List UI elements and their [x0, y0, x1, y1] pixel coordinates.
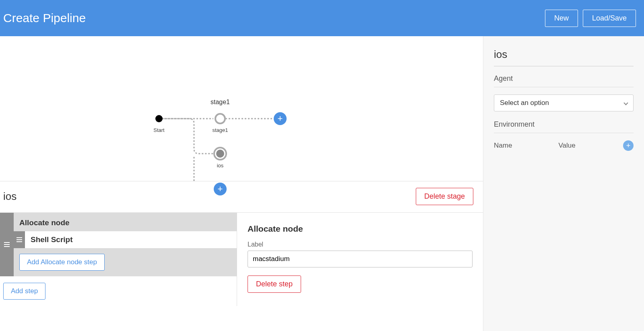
- stage-name-input[interactable]: [494, 47, 634, 63]
- environment-table-header: Name Value +: [494, 140, 634, 151]
- stage-editor-title: ios: [3, 190, 17, 203]
- page-title: Create Pipeline: [3, 11, 86, 25]
- pipeline-graph: stage1 Start stage1 ios + +: [0, 36, 483, 181]
- label-field-label: Label: [248, 241, 473, 248]
- add-parallel-stage-button[interactable]: +: [214, 183, 227, 195]
- step-detail-title: Allocate node: [248, 224, 473, 234]
- hamburger-icon: [4, 242, 10, 247]
- steps-panel: Allocate node Shell Script Add Allocate …: [0, 213, 237, 306]
- delete-stage-button[interactable]: Delete stage: [416, 188, 473, 205]
- step-detail-panel: Allocate node Label Delete step: [237, 213, 483, 306]
- step-row-shell-script[interactable]: Shell Script: [14, 231, 237, 248]
- add-environment-var-button[interactable]: +: [623, 140, 634, 151]
- canvas-column: stage1 Start stage1 ios + + ios Delete s…: [0, 36, 483, 331]
- header-bar: Create Pipeline New Load/Save: [0, 0, 644, 36]
- label-input[interactable]: [248, 251, 473, 267]
- agent-select[interactable]: Select an option: [494, 95, 634, 111]
- agent-select-placeholder: Select an option: [500, 99, 549, 107]
- drag-handle[interactable]: [0, 213, 14, 276]
- steps-tree: Allocate node Shell Script Add Allocate …: [0, 213, 237, 276]
- delete-step-button[interactable]: Delete step: [248, 275, 301, 293]
- main-layout: stage1 Start stage1 ios + + ios Delete s…: [0, 36, 644, 331]
- start-node-label: Start: [153, 127, 164, 133]
- new-button[interactable]: New: [545, 10, 578, 27]
- env-value-column-header: Value: [559, 142, 623, 150]
- stage-editor-header: ios Delete stage: [0, 181, 483, 212]
- env-name-column-header: Name: [494, 142, 559, 150]
- agent-section-label: Agent: [494, 74, 634, 83]
- load-save-button[interactable]: Load/Save: [583, 10, 636, 27]
- hamburger-icon: [17, 237, 22, 242]
- plus-icon: +: [278, 113, 283, 124]
- stage-group-label: stage1: [211, 99, 230, 106]
- step-row-label: Shell Script: [25, 231, 237, 248]
- properties-sidebar: Agent Select an option Environment Name …: [483, 36, 644, 331]
- plus-icon: +: [218, 184, 223, 194]
- add-stage-button[interactable]: +: [274, 112, 287, 125]
- steps-tree-body: Allocate node Shell Script Add Allocate …: [14, 213, 237, 276]
- stage-node-ios-label: ios: [217, 162, 224, 169]
- step-group-allocate-node[interactable]: Allocate node: [14, 213, 237, 231]
- stage-node-ios[interactable]: [213, 147, 227, 160]
- drag-handle[interactable]: [14, 231, 25, 248]
- plus-icon: +: [626, 142, 631, 150]
- stage-node-stage1-label: stage1: [212, 127, 228, 133]
- chevron-down-icon: [623, 101, 628, 105]
- environment-section-label: Environment: [494, 120, 634, 129]
- start-node: [155, 115, 163, 122]
- header-actions: New Load/Save: [545, 10, 636, 27]
- add-step-button[interactable]: Add step: [3, 283, 45, 300]
- add-allocate-node-step-button[interactable]: Add Allocate node step: [19, 254, 105, 271]
- stage-editor-body: Allocate node Shell Script Add Allocate …: [0, 212, 483, 306]
- stage-node-stage1[interactable]: [215, 113, 226, 124]
